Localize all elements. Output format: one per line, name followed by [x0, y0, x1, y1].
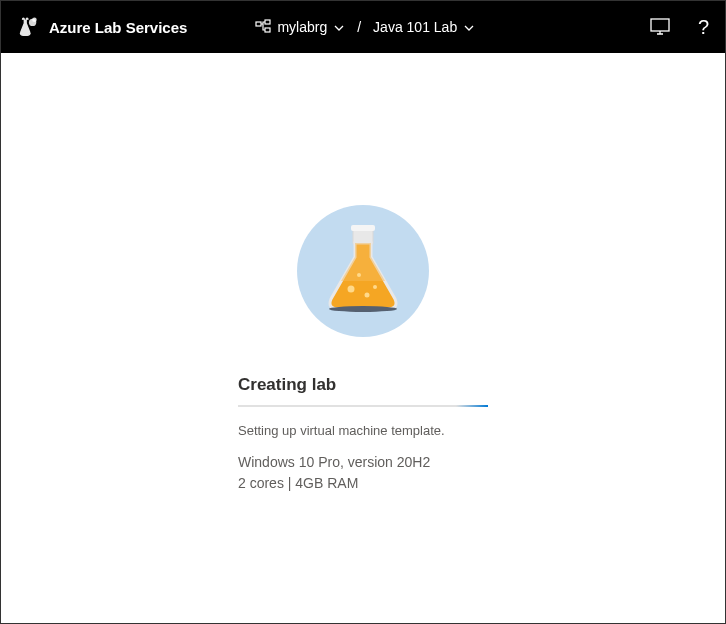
breadcrumb-resource-group[interactable]: mylabrg — [255, 19, 345, 35]
main-content: Creating lab Setting up virtual machine … — [1, 53, 725, 494]
svg-point-8 — [329, 306, 397, 312]
progress-bar — [238, 405, 488, 407]
hw-spec: 2 cores | 4GB RAM — [238, 473, 488, 494]
azure-lab-logo-icon — [17, 16, 39, 38]
resource-group-label: mylabrg — [277, 19, 327, 35]
app-title: Azure Lab Services — [49, 19, 187, 36]
virtual-machines-icon[interactable] — [650, 18, 670, 36]
breadcrumb-separator: / — [357, 19, 361, 35]
status-section: Creating lab Setting up virtual machine … — [238, 375, 488, 494]
svg-rect-7 — [351, 225, 375, 231]
top-header: Azure Lab Services mylabrg / Java 101 La… — [1, 1, 725, 53]
svg-point-9 — [348, 286, 355, 293]
flask-illustration — [297, 205, 429, 337]
status-title: Creating lab — [238, 375, 488, 395]
chevron-down-icon — [333, 21, 345, 33]
svg-point-12 — [373, 285, 377, 289]
svg-point-1 — [32, 17, 37, 22]
svg-point-11 — [357, 273, 361, 277]
help-icon[interactable]: ? — [698, 16, 709, 39]
svg-rect-5 — [651, 19, 669, 31]
lab-name-label: Java 101 Lab — [373, 19, 457, 35]
breadcrumb-lab[interactable]: Java 101 Lab — [373, 19, 475, 35]
chevron-down-icon — [463, 21, 475, 33]
svg-rect-3 — [265, 20, 270, 24]
status-message: Setting up virtual machine template. — [238, 423, 488, 438]
org-icon — [255, 19, 271, 35]
breadcrumb: mylabrg / Java 101 Lab — [255, 19, 475, 35]
svg-rect-2 — [256, 22, 261, 26]
logo-section[interactable]: Azure Lab Services — [17, 16, 187, 38]
header-actions: ? — [650, 16, 709, 39]
svg-rect-4 — [265, 28, 270, 32]
svg-point-10 — [365, 293, 370, 298]
progress-fill — [456, 405, 488, 407]
os-spec: Windows 10 Pro, version 20H2 — [238, 452, 488, 473]
